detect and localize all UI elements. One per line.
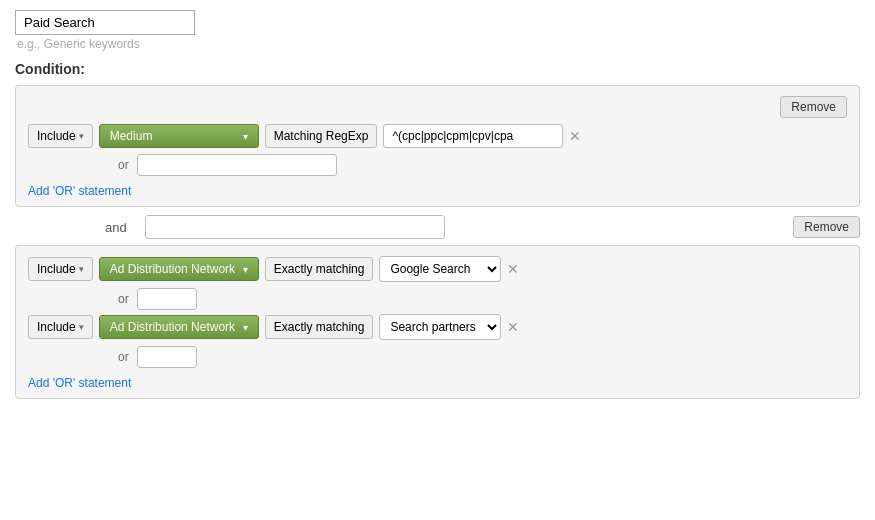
clear-icon-2-1[interactable]: ✕ xyxy=(507,262,519,276)
or-text-2-between: or xyxy=(118,292,129,306)
match-type-button-1-1[interactable]: Matching RegExp xyxy=(265,124,378,148)
or-input-1[interactable] xyxy=(137,154,337,176)
dimension-dropdown-2-2[interactable]: Ad Distribution Network ▾ xyxy=(99,315,259,339)
include-arrow-icon-1-1: ▾ xyxy=(79,131,84,141)
condition-row-2-2: Include ▾ Ad Distribution Network ▾ Exac… xyxy=(28,314,847,340)
dimension-arrow-icon-1-1: ▾ xyxy=(243,131,248,142)
dimension-dropdown-1-1[interactable]: Medium ▾ xyxy=(99,124,259,148)
clear-icon-2-2[interactable]: ✕ xyxy=(507,320,519,334)
condition-row-1-1: Include ▾ Medium ▾ Matching RegExp ✕ xyxy=(28,124,847,148)
include-label-2-2: Include xyxy=(37,320,76,334)
and-input[interactable] xyxy=(145,215,445,239)
include-button-1-1[interactable]: Include ▾ xyxy=(28,124,93,148)
match-type-label-1-1: Matching RegExp xyxy=(274,129,369,143)
condition-row-2-1: Include ▾ Ad Distribution Network ▾ Exac… xyxy=(28,256,847,282)
remove-button-2[interactable]: Remove xyxy=(793,216,860,238)
remove-row-1: Remove xyxy=(28,96,847,118)
include-button-2-2[interactable]: Include ▾ xyxy=(28,315,93,339)
dimension-label-1-1: Medium xyxy=(110,129,153,143)
dimension-label-2-1: Ad Distribution Network xyxy=(110,262,235,276)
value-select-2-1[interactable]: Google Search Search partners Content ne… xyxy=(379,256,501,282)
add-or-link-2[interactable]: Add 'OR' statement xyxy=(28,376,131,390)
clear-icon-1-1[interactable]: ✕ xyxy=(569,129,581,143)
segment-name-input[interactable] xyxy=(15,10,195,35)
or-text-1: or xyxy=(118,158,129,172)
include-label-2-1: Include xyxy=(37,262,76,276)
include-arrow-icon-2-2: ▾ xyxy=(79,322,84,332)
match-type-label-2-1: Exactly matching xyxy=(274,262,365,276)
or-text-2: or xyxy=(118,350,129,364)
add-or-link-1[interactable]: Add 'OR' statement xyxy=(28,184,131,198)
or-row-2: or xyxy=(118,346,847,368)
condition-label: Condition: xyxy=(15,61,860,77)
dimension-arrow-icon-2-2: ▾ xyxy=(243,322,248,333)
value-select-2-2[interactable]: Google Search Search partners Content ne… xyxy=(379,314,501,340)
or-row-2-between: or xyxy=(118,288,847,310)
match-type-button-2-2[interactable]: Exactly matching xyxy=(265,315,374,339)
and-row: and Remove xyxy=(15,215,860,239)
or-row-1: or xyxy=(118,154,847,176)
and-text: and xyxy=(105,220,135,235)
match-type-label-2-2: Exactly matching xyxy=(274,320,365,334)
or-input-2[interactable] xyxy=(137,346,197,368)
or-input-2-between[interactable] xyxy=(137,288,197,310)
value-input-1-1[interactable] xyxy=(383,124,563,148)
include-arrow-icon-2-1: ▾ xyxy=(79,264,84,274)
dimension-arrow-icon-2-1: ▾ xyxy=(243,264,248,275)
segment-name-placeholder: e.g., Generic keywords xyxy=(17,37,860,51)
condition-block-1: Remove Include ▾ Medium ▾ Matching RegEx… xyxy=(15,85,860,207)
match-type-button-2-1[interactable]: Exactly matching xyxy=(265,257,374,281)
include-button-2-1[interactable]: Include ▾ xyxy=(28,257,93,281)
include-label-1-1: Include xyxy=(37,129,76,143)
dimension-label-2-2: Ad Distribution Network xyxy=(110,320,235,334)
condition-block-2: Include ▾ Ad Distribution Network ▾ Exac… xyxy=(15,245,860,399)
segment-name-section: e.g., Generic keywords xyxy=(15,10,860,51)
remove-button-1[interactable]: Remove xyxy=(780,96,847,118)
dimension-dropdown-2-1[interactable]: Ad Distribution Network ▾ xyxy=(99,257,259,281)
